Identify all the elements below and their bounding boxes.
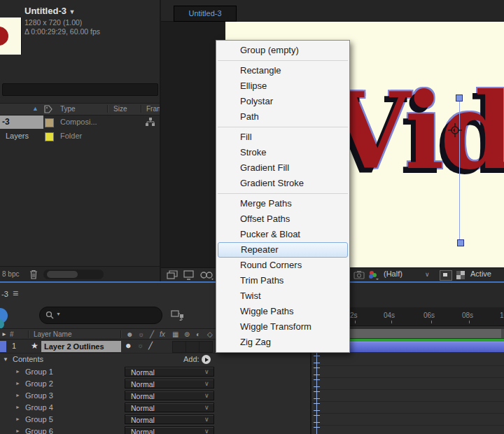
collapsed-arrow-icon[interactable]: ►: [15, 393, 20, 398]
add-icon[interactable]: [202, 355, 211, 364]
column-layer-name[interactable]: Layer Name: [34, 330, 71, 338]
show-channels-icon[interactable]: [368, 270, 379, 280]
project-row-composition[interactable]: -3 Composi...: [0, 115, 161, 129]
project-columns-header[interactable]: ▲ Type Size Fram: [0, 103, 161, 115]
column-type[interactable]: Type: [60, 105, 76, 113]
column-divider[interactable]: [120, 330, 122, 338]
chevron-down-icon[interactable]: ∨: [204, 404, 209, 411]
group-name[interactable]: Group 1: [25, 368, 53, 376]
blend-mode-dropdown[interactable]: Normal: [125, 367, 214, 377]
group-row[interactable]: ► Group 2 Normal ∨: [0, 378, 310, 390]
blend-mode-dropdown[interactable]: Normal: [125, 379, 214, 388]
comp-marker-icon[interactable]: ►: [1, 331, 7, 337]
composition-thumbnail[interactable]: [0, 18, 22, 55]
monitor-icon[interactable]: [183, 270, 194, 280]
group-row[interactable]: ► Group 1 Normal ∨: [0, 366, 310, 378]
fx-icon[interactable]: fx: [160, 330, 165, 338]
collapsed-arrow-icon[interactable]: ►: [15, 428, 20, 433]
menu-item-rectangle[interactable]: Rectangle: [216, 63, 349, 78]
3d-layer-icon[interactable]: ◇: [207, 330, 213, 338]
menu-item-repeater-highlighted[interactable]: Repeater: [218, 242, 348, 258]
chevron-down-icon[interactable]: ∨: [425, 271, 430, 278]
menu-item-ellipse[interactable]: Ellipse: [216, 78, 349, 94]
composition-mini-flowchart-icon[interactable]: [171, 309, 185, 321]
project-row-folder[interactable]: Layers Folder: [0, 130, 161, 143]
group-row[interactable]: ► Group 5 Normal ∨: [0, 414, 310, 426]
blend-mode-dropdown[interactable]: Normal: [125, 426, 214, 434]
selection-handle[interactable]: [456, 94, 463, 102]
column-divider[interactable]: [141, 105, 142, 113]
expand-arrow-icon[interactable]: ▼: [3, 356, 8, 363]
menu-item-gradient-fill[interactable]: Gradient Fill: [216, 160, 349, 176]
collapse-toggle[interactable]: ☼: [137, 342, 144, 349]
group-row[interactable]: ► Group 6 Normal ∨: [0, 426, 310, 434]
shy-icon[interactable]: ☻: [126, 330, 134, 338]
anchor-point-icon[interactable]: [447, 122, 463, 139]
contents-row[interactable]: ▼ Contents Add:: [0, 354, 310, 365]
switch-cell[interactable]: [172, 341, 186, 353]
menu-item-group-empty[interactable]: Group (empty): [216, 43, 349, 58]
trash-icon[interactable]: [29, 270, 38, 279]
collapsed-arrow-icon[interactable]: ►: [15, 416, 20, 421]
stereo-3d-glasses-icon[interactable]: [200, 270, 214, 280]
menu-item-round-corners[interactable]: Round Corners: [216, 258, 349, 273]
collapse-transformations-icon[interactable]: ☼: [138, 330, 144, 338]
snapshot-camera-icon[interactable]: [354, 270, 365, 279]
menu-item-twist[interactable]: Twist: [216, 288, 349, 304]
label-tag-icon[interactable]: [44, 105, 52, 113]
blend-mode-dropdown[interactable]: Normal: [125, 391, 214, 400]
viewer-tab-untitled-3[interactable]: Untitled-3: [174, 6, 237, 22]
panel-scrollbar[interactable]: [43, 270, 104, 279]
chevron-down-icon[interactable]: ∨: [204, 416, 209, 423]
collapsed-arrow-icon[interactable]: ►: [15, 405, 20, 410]
adjustment-layer-icon[interactable]: ◐: [196, 330, 200, 338]
group-name[interactable]: Group 4: [25, 403, 53, 412]
switch-cell[interactable]: [186, 341, 200, 353]
group-row[interactable]: ► Group 3 Normal ∨: [0, 390, 310, 402]
selection-handle[interactable]: [457, 239, 464, 246]
project-search-input[interactable]: [2, 83, 158, 96]
timeline-tab[interactable]: -3: [1, 290, 8, 298]
scrollbar-thumb[interactable]: [47, 271, 78, 278]
caret-down-icon[interactable]: ▼: [69, 8, 76, 15]
menu-item-wiggle-paths[interactable]: Wiggle Paths: [216, 304, 349, 319]
motion-blur-icon[interactable]: ⊚: [184, 330, 190, 338]
chevron-down-icon[interactable]: ∨: [204, 428, 209, 434]
label-color-swatch[interactable]: [45, 132, 54, 141]
menu-item-merge-paths[interactable]: Merge Paths: [216, 196, 349, 211]
sort-ascending-icon[interactable]: ▲: [32, 105, 38, 112]
column-divider[interactable]: [107, 105, 108, 113]
chevron-down-icon[interactable]: ∨: [204, 380, 209, 387]
group-row[interactable]: ► Group 4 Normal ∨: [0, 402, 310, 414]
menu-item-polystar[interactable]: Polystar: [216, 94, 349, 109]
menu-item-zig-zag[interactable]: Zig Zag: [216, 335, 349, 350]
layer-name-selected[interactable]: Layer 2 Outlines: [41, 341, 121, 352]
collapsed-arrow-icon[interactable]: ►: [15, 381, 20, 386]
region-of-interest-button[interactable]: [440, 270, 452, 281]
menu-item-fill[interactable]: Fill: [216, 130, 349, 145]
column-index[interactable]: #: [10, 330, 14, 338]
project-item-title[interactable]: Untitled-3 ▼: [24, 6, 76, 16]
transparency-grid-button[interactable]: [456, 271, 465, 279]
menu-item-offset-paths[interactable]: Offset Paths: [216, 211, 349, 227]
quality-icon[interactable]: ╱: [150, 330, 154, 338]
resolution-dropdown[interactable]: (Half): [384, 270, 402, 278]
timeline-search-input[interactable]: ▼: [39, 307, 162, 324]
panel-menu-icon[interactable]: ≡: [13, 288, 18, 299]
menu-item-wiggle-transform[interactable]: Wiggle Transform: [216, 319, 349, 335]
group-name[interactable]: Group 3: [25, 391, 53, 400]
group-name[interactable]: Group 2: [25, 379, 53, 388]
label-color-swatch[interactable]: [45, 118, 54, 127]
layer-color-chip[interactable]: [0, 341, 6, 352]
menu-item-pucker-bloat[interactable]: Pucker & Bloat: [216, 227, 349, 242]
menu-item-path[interactable]: Path: [216, 109, 349, 125]
chevron-down-icon[interactable]: ∨: [204, 392, 209, 399]
frame-blend-icon[interactable]: ▦: [172, 330, 178, 338]
menu-item-trim-paths[interactable]: Trim Paths: [216, 273, 349, 288]
blend-mode-dropdown[interactable]: Normal: [125, 414, 214, 424]
shy-toggle[interactable]: ☻: [125, 342, 132, 349]
collapsed-arrow-icon[interactable]: ►: [15, 369, 20, 374]
active-camera-dropdown[interactable]: Active: [470, 270, 491, 278]
group-name[interactable]: Group 5: [25, 415, 53, 424]
multi-view-layout-icon[interactable]: [167, 270, 178, 280]
